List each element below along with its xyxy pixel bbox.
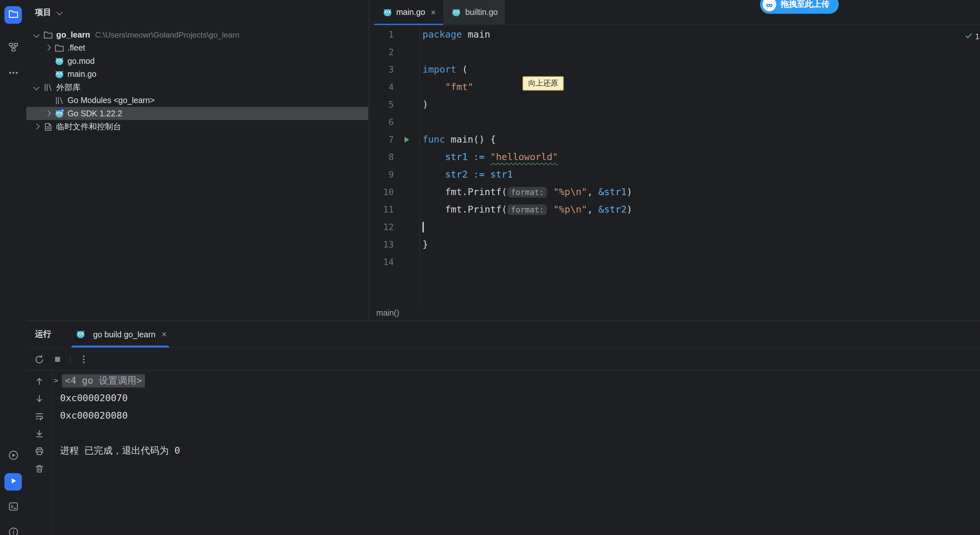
upload-label: 拖拽至此上传 (781, 0, 829, 10)
editor: main.go × builtin.go 1 package main 2 3 … (370, 0, 980, 320)
close-tab-icon[interactable]: × (431, 8, 436, 16)
project-panel: 项目 go_learn C:\Users\meowr\GolandProject… (26, 0, 369, 320)
console-line: > <4 go 设置调用> (52, 372, 980, 389)
services-tool-button[interactable] (4, 447, 22, 465)
structure-tool-button[interactable] (4, 39, 22, 57)
clear-console-button[interactable] (34, 464, 44, 474)
tree-row[interactable]: main.go (26, 67, 368, 81)
tree-row[interactable]: go_learn C:\Users\meowr\GolandProjects\g… (26, 28, 368, 41)
chevron-down-icon[interactable] (31, 82, 41, 92)
run-panel-body: > <4 go 设置调用> 0xc000020070 0xc000020080 … (26, 371, 980, 535)
problems-tool-button[interactable] (4, 524, 22, 535)
go-file-icon (382, 7, 393, 18)
line-number: 7 (370, 134, 394, 145)
folder-icon (43, 29, 53, 40)
console-text: <4 go 设置调用> (62, 374, 145, 387)
tree-row[interactable]: Go Modules <go_learn> (26, 94, 368, 107)
toolbar-separator (70, 354, 71, 364)
chevron-down-icon[interactable] (54, 8, 65, 18)
scratch-icon (43, 121, 53, 132)
code-line: 7 func main() { (370, 131, 980, 148)
tree-row-label: .fleet (67, 43, 85, 53)
code-area[interactable]: 1 package main 2 3 import ( 4 "fmt" 5 ) … (370, 25, 980, 304)
soft-wrap-button[interactable] (34, 411, 44, 421)
tree-row-label: go.mod (67, 56, 95, 66)
run-panel: 运行 go build go_learn × > <4 go (26, 320, 980, 535)
inspections-widget[interactable]: 1 (964, 31, 980, 42)
tree-row[interactable]: go.mod (26, 54, 368, 67)
line-number: 2 (370, 47, 394, 57)
code-text[interactable]: import ( (419, 64, 468, 75)
code-lines: 1 package main 2 3 import ( 4 "fmt" 5 ) … (370, 25, 980, 271)
stop-button[interactable] (52, 354, 62, 365)
next-occurrence-button[interactable] (34, 394, 44, 404)
tree-row[interactable]: 临时文件和控制台 (26, 120, 368, 133)
fold-chevron-icon[interactable]: > (54, 376, 60, 385)
structure-icon (8, 42, 19, 54)
chevron-placeholder (43, 95, 52, 105)
chevron-down-icon[interactable] (31, 30, 41, 40)
run-tool-button[interactable] (4, 473, 22, 490)
project-tool-button[interactable] (4, 6, 22, 24)
line-number: 5 (370, 99, 394, 110)
console-line: 0xc000020070 (52, 389, 980, 407)
code-text[interactable]: str2 := str1 (419, 169, 513, 180)
print-button[interactable] (34, 446, 44, 456)
run-main-icon[interactable] (394, 135, 419, 144)
code-line: 4 "fmt" (370, 78, 980, 96)
code-text[interactable]: fmt.Printf(format: "%p\n", &str1) (419, 186, 632, 197)
tab-main-go[interactable]: main.go × (374, 0, 443, 24)
tree-row-selected[interactable]: Go SDK 1.22.2 (26, 107, 368, 120)
prev-occurrence-button[interactable] (34, 376, 44, 386)
library-icon (54, 95, 65, 106)
code-text[interactable] (419, 221, 423, 232)
line-number: 4 (370, 82, 394, 92)
breadcrumb[interactable]: main() (376, 308, 399, 317)
tree-row-label: main.go (67, 69, 96, 79)
tree-row[interactable]: 外部库 (26, 81, 368, 94)
more-tool-windows-button[interactable] (4, 65, 22, 83)
chevron-right-icon[interactable] (43, 108, 52, 119)
code-line: 14 (370, 253, 980, 271)
play-circle-icon (8, 450, 19, 463)
line-number: 8 (370, 152, 394, 162)
terminal-icon (8, 501, 19, 514)
tree-row-path: C:\Users\meowr\GolandProjects\go_learn (95, 30, 240, 39)
tree-row[interactable]: .fleet (26, 41, 368, 54)
code-line: 8 str1 := "helloworld" (370, 148, 980, 166)
line-number: 12 (370, 222, 394, 232)
go-icon (54, 56, 65, 67)
code-line: 9 str2 := str1 (370, 166, 980, 183)
chevron-right-icon[interactable] (43, 43, 52, 53)
code-text[interactable]: fmt.Printf(format: "%p\n", &str2) (419, 204, 632, 215)
tree-row-label: Go Modules <go_learn> (67, 96, 154, 105)
chevron-right-icon[interactable] (31, 121, 41, 132)
terminal-tool-button[interactable] (4, 499, 22, 516)
code-text[interactable]: package main (419, 29, 490, 40)
code-text[interactable]: func main() { (419, 134, 496, 145)
console-output: > <4 go 设置调用> 0xc000020070 0xc000020080 … (52, 371, 980, 535)
check-icon (964, 31, 973, 42)
rerun-button[interactable] (34, 354, 45, 365)
project-panel-header: 项目 (26, 0, 369, 25)
activity-bar-bottom (0, 447, 26, 535)
go-file-icon (75, 329, 86, 339)
code-line: 6 (370, 113, 980, 131)
line-number: 14 (370, 257, 394, 267)
close-tab-icon[interactable]: × (162, 330, 167, 339)
drag-upload-overlay[interactable]: ∞ 拖拽至此上传 (760, 0, 839, 14)
more-options-button[interactable] (78, 354, 89, 365)
text-caret (423, 221, 423, 232)
code-text[interactable]: } (419, 239, 428, 250)
code-text[interactable]: ) (419, 99, 428, 110)
editor-tab-bar: main.go × builtin.go (370, 0, 980, 25)
tab-builtin-go[interactable]: builtin.go (443, 0, 505, 24)
tree-row-label: go_learn (56, 30, 91, 40)
project-tree: go_learn C:\Users\meowr\GolandProjects\g… (26, 28, 368, 133)
code-text[interactable]: str1 := "helloworld" (419, 151, 558, 163)
run-tab-go-build[interactable]: go build go_learn × (66, 321, 174, 347)
go-file-icon (451, 7, 461, 18)
tree-row-label: 外部库 (56, 82, 81, 93)
code-text[interactable]: "fmt" (419, 81, 473, 93)
scroll-to-end-button[interactable] (34, 429, 44, 439)
